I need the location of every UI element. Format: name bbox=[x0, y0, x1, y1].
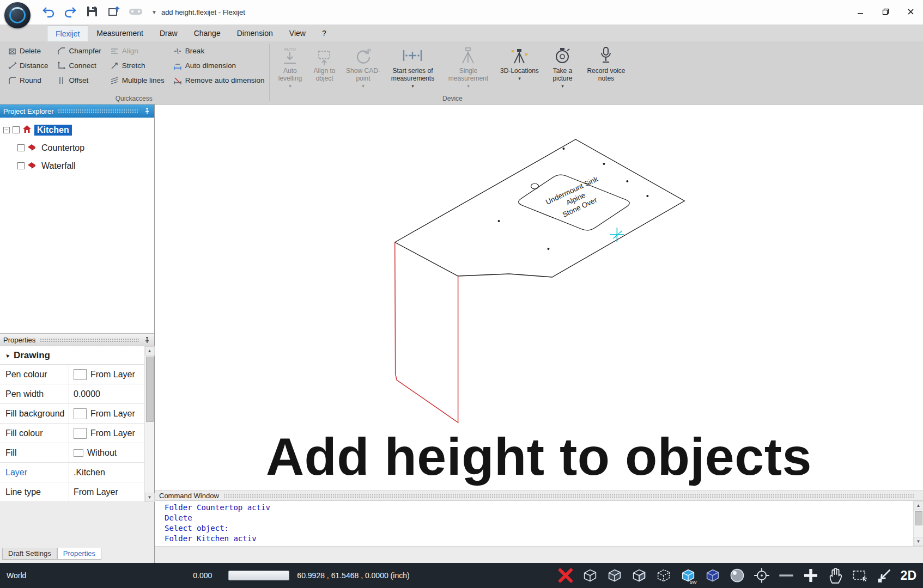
scroll-down-icon[interactable]: ▼ bbox=[914, 537, 923, 546]
selection-box-button[interactable] bbox=[851, 566, 869, 585]
property-value: Without bbox=[87, 448, 117, 458]
sink-annotation: Undermount Sink Alpine Stone Over bbox=[544, 175, 607, 223]
tree-item-waterfall[interactable]: Waterfall bbox=[39, 161, 78, 171]
ribbon-connect-button[interactable]: Connect bbox=[54, 58, 105, 73]
save-button[interactable] bbox=[84, 4, 100, 21]
fill-style-icon[interactable] bbox=[74, 449, 83, 457]
view-back-icon[interactable] bbox=[654, 566, 673, 585]
start-series-of-measurements-button[interactable]: Start series of measurements▾ bbox=[384, 44, 441, 89]
ribbon-group-quickaccess: Delete Distance Round Champfer Connect O… bbox=[0, 41, 268, 104]
command-scrollbar[interactable]: ▲ ▼ bbox=[913, 501, 923, 546]
tab-view[interactable]: View bbox=[281, 26, 314, 41]
drawing-canvas[interactable]: Undermount Sink Alpine Stone Over Add he… bbox=[155, 105, 923, 491]
ribbon-auto-dimension-button[interactable]: Auto dimension bbox=[170, 58, 268, 73]
undo-button[interactable] bbox=[40, 4, 57, 21]
tree-expander-icon[interactable]: − bbox=[3, 127, 10, 133]
show-cad-point-button[interactable]: Show CAD-point▾ bbox=[342, 44, 384, 89]
kitchen-checkbox[interactable] bbox=[13, 126, 20, 133]
record-voice-notes-button[interactable]: Record voice notes bbox=[581, 44, 631, 83]
tab-change[interactable]: Change bbox=[186, 26, 229, 41]
ribbon-remove-auto-dimension-button[interactable]: Remove auto dimension bbox=[170, 73, 268, 88]
tab-dimension[interactable]: Dimension bbox=[229, 26, 281, 41]
scroll-down-icon[interactable]: ▼ bbox=[145, 493, 155, 502]
colour-swatch[interactable] bbox=[74, 369, 87, 380]
ribbon-multiple-lines-button[interactable]: Multiple lines bbox=[107, 73, 168, 88]
view-shaded-icon[interactable] bbox=[703, 566, 722, 585]
ribbon-round-button[interactable]: Round bbox=[4, 73, 52, 88]
properties-scrollbar[interactable]: ▲ ▼ bbox=[144, 346, 154, 502]
mode-2d-toggle[interactable]: 2D bbox=[901, 568, 916, 583]
ribbon-button-label: Stretch bbox=[122, 62, 145, 70]
auto-levelling-button[interactable]: AUTO Auto levelling▾ bbox=[274, 44, 306, 89]
property-row-fill-colour[interactable]: Fill colour From Layer bbox=[0, 424, 154, 443]
3d-locations-icon bbox=[508, 45, 530, 68]
bottom-filler bbox=[155, 547, 923, 563]
command-window-header[interactable]: Command Window bbox=[155, 491, 923, 501]
scroll-up-icon[interactable]: ▲ bbox=[914, 501, 923, 510]
waterfall-checkbox[interactable] bbox=[17, 162, 25, 169]
ribbon-champfer-button[interactable]: Champfer bbox=[54, 44, 105, 58]
render-mode-button[interactable] bbox=[728, 566, 746, 585]
property-row-fill-background[interactable]: Fill background From Layer bbox=[0, 404, 154, 424]
property-value: From Layer bbox=[90, 409, 135, 419]
property-row-fill[interactable]: Fill Without bbox=[0, 443, 154, 463]
colour-swatch[interactable] bbox=[74, 408, 87, 419]
property-row-layer[interactable]: Layer .Kitchen bbox=[0, 463, 154, 482]
properties-section-drawing[interactable]: ▲ Drawing bbox=[0, 346, 154, 365]
command-window[interactable]: Folder Countertop activ Delete Select ob… bbox=[155, 501, 923, 547]
ribbon-delete-button[interactable]: Delete bbox=[4, 44, 52, 58]
gamepad-button[interactable] bbox=[127, 4, 144, 21]
property-row-line-type[interactable]: Line type From Layer bbox=[0, 482, 154, 502]
snap-point-button[interactable] bbox=[752, 566, 771, 585]
view-sw-isometric-button[interactable]: SW bbox=[679, 566, 697, 585]
ribbon-button-label: Distance bbox=[20, 62, 48, 70]
ribbon-break-button[interactable]: Break bbox=[170, 44, 268, 58]
add-point-button[interactable] bbox=[801, 566, 820, 585]
ribbon-stretch-button[interactable]: Stretch bbox=[107, 58, 168, 73]
ribbon-offset-button[interactable]: Offset bbox=[54, 73, 105, 88]
ribbon-align-button[interactable]: Align bbox=[107, 44, 168, 58]
properties-panel-header[interactable]: Properties bbox=[0, 333, 154, 346]
minimize-button[interactable] bbox=[848, 0, 873, 24]
redo-button[interactable] bbox=[62, 4, 78, 21]
flexijet-logo[interactable] bbox=[4, 2, 31, 28]
tab-properties[interactable]: Properties bbox=[57, 548, 101, 560]
maximize-button[interactable] bbox=[873, 0, 898, 24]
undo-icon bbox=[41, 4, 56, 20]
colour-swatch[interactable] bbox=[74, 428, 87, 439]
tab-flexijet[interactable]: Flexijet bbox=[47, 26, 88, 41]
delete-selection-button[interactable] bbox=[556, 566, 575, 585]
pin-icon[interactable] bbox=[143, 336, 151, 344]
close-button[interactable] bbox=[898, 0, 923, 24]
countertop-checkbox[interactable] bbox=[17, 144, 25, 151]
scroll-up-icon[interactable]: ▲ bbox=[145, 346, 155, 356]
view-front-icon[interactable] bbox=[581, 566, 599, 585]
3d-locations-button[interactable]: 3D-Locations▾ bbox=[495, 44, 544, 81]
tab-draw[interactable]: Draw bbox=[151, 26, 186, 41]
align-to-object-button[interactable]: Align to object bbox=[306, 44, 342, 83]
scrollbar-thumb[interactable] bbox=[915, 511, 922, 525]
view-top-icon[interactable] bbox=[605, 566, 624, 585]
quick-access-caret-icon[interactable]: ▼ bbox=[151, 9, 157, 15]
tab-help[interactable]: ? bbox=[314, 26, 335, 41]
single-measurement-button[interactable]: Single measurement▾ bbox=[441, 44, 495, 89]
pan-hand-button[interactable] bbox=[826, 566, 845, 585]
view-side-icon[interactable] bbox=[630, 566, 648, 585]
scrollbar-thumb[interactable] bbox=[146, 357, 154, 422]
window-title: add height.flexijet - Flexijet bbox=[161, 8, 245, 16]
tab-measurement[interactable]: Measurement bbox=[88, 26, 151, 41]
project-explorer-header[interactable]: Project Explorer bbox=[0, 105, 154, 118]
tree-item-countertop[interactable]: Countertop bbox=[39, 143, 87, 154]
property-row-pen-colour[interactable]: Pen colour From Layer bbox=[0, 365, 154, 384]
tab-draft-settings[interactable]: Draft Settings bbox=[2, 548, 57, 560]
property-row-pen-width[interactable]: Pen width 0.0000 bbox=[0, 384, 154, 404]
take-a-picture-button[interactable]: Take a picture▾ bbox=[544, 44, 581, 89]
coordinate-system-label[interactable]: World bbox=[7, 571, 26, 580]
export-button[interactable] bbox=[106, 4, 122, 21]
tree-item-kitchen[interactable]: Kitchen bbox=[34, 125, 72, 136]
line-tool-button[interactable] bbox=[777, 566, 796, 585]
ribbon-distance-button[interactable]: Distance bbox=[4, 58, 52, 73]
snap-2d-arrow-button[interactable] bbox=[875, 566, 894, 585]
tree-item-waterfall-row: Waterfall bbox=[3, 157, 154, 175]
pin-icon[interactable] bbox=[143, 107, 151, 115]
